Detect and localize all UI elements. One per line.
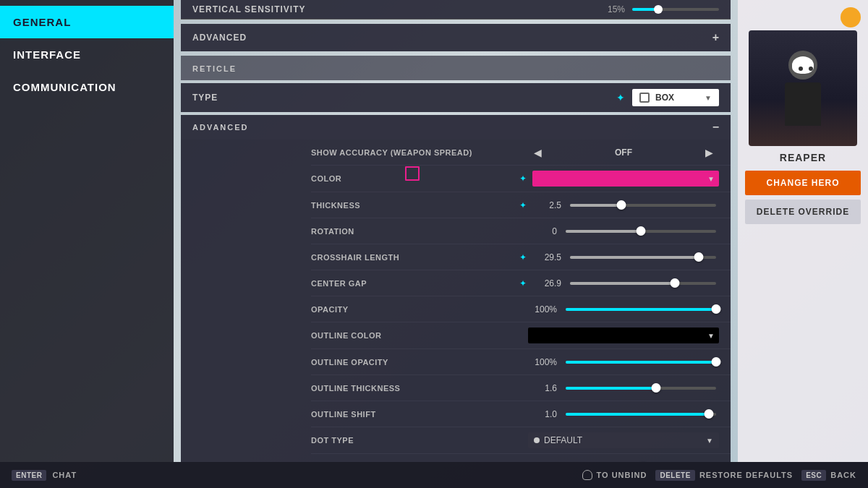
chevron-down-icon-1: ▼ <box>707 175 715 183</box>
setting-row-10: OUTLINE SHIFT1.0 <box>311 401 731 427</box>
sidebar-item-interface[interactable]: INTERFACE <box>0 38 174 71</box>
bottom-bar: ENTER CHAT TO UNBIND DELETE RESTORE DEFA… <box>0 462 868 488</box>
setting-label-6: OPACITY <box>311 305 514 314</box>
sidebar-item-communication[interactable]: COMMUNICATION <box>0 71 174 103</box>
slider-value-6: 100% <box>528 304 557 314</box>
setting-star-1: ✦ <box>519 174 527 184</box>
setting-star-12: ✦ <box>519 462 527 463</box>
setting-label-5: CENTER GAP <box>311 279 514 288</box>
slider-track-2[interactable] <box>570 204 716 207</box>
chevron-down-icon: ▼ <box>705 94 712 102</box>
minus-icon: − <box>712 121 719 134</box>
vertical-sensitivity-row: VERTICAL SENSITIVITY 15% <box>181 0 731 20</box>
vertical-sensitivity-slider-container: 15% <box>305 4 719 14</box>
dot-indicator-11 <box>534 437 540 443</box>
advanced-expanded-label: ADVANCED <box>192 123 249 132</box>
setting-row-4: CROSSHAIR LENGTH✦29.5 <box>311 244 731 270</box>
reticle-label: RETICLE <box>192 64 237 73</box>
setting-row-8: OUTLINE OPACITY100% <box>311 349 731 375</box>
setting-label-4: CROSSHAIR LENGTH <box>311 253 514 262</box>
type-star-icon: ✦ <box>616 92 625 103</box>
crosshair-preview <box>347 108 477 239</box>
box-icon <box>639 93 650 103</box>
slider-value-2: 2.5 <box>532 200 561 210</box>
unbind-group: TO UNBIND <box>582 470 647 480</box>
dot-type-value-11: DEFAULT <box>544 435 582 445</box>
vertical-sensitivity-value: 15% <box>608 4 625 14</box>
restore-label: RESTORE DEFAULTS <box>699 471 793 479</box>
back-group: ESC BACK <box>801 470 856 481</box>
setting-row-6: OPACITY100% <box>311 296 731 322</box>
advanced-collapsed-bar[interactable]: ADVANCED + <box>181 24 731 51</box>
setting-row-5: CENTER GAP✦26.9 <box>311 270 731 296</box>
setting-label-10: OUTLINE SHIFT <box>311 410 514 419</box>
setting-label-7: OUTLINE COLOR <box>311 331 514 340</box>
esc-key: ESC <box>801 470 826 481</box>
bottom-left-group: ENTER CHAT <box>12 470 77 481</box>
dot-type-dropdown-11[interactable]: DEFAULT ▼ <box>528 432 719 448</box>
slider-value-12: 0.0 <box>532 462 561 463</box>
reaper-body <box>785 82 821 126</box>
reaper-head <box>788 51 817 80</box>
sidebar: GENERAL INTERFACE COMMUNICATION <box>0 0 174 462</box>
plus-icon: + <box>712 31 719 44</box>
setting-star-4: ✦ <box>519 252 527 262</box>
slider-track-6[interactable] <box>566 308 716 311</box>
right-panel: REAPER CHANGE HERO DELETE OVERRIDE <box>738 0 868 462</box>
crosshair-box-preview <box>405 166 420 181</box>
color-dropdown-1[interactable]: ▼ <box>532 171 719 187</box>
hero-name: REAPER <box>780 152 826 163</box>
sidebar-item-general[interactable]: GENERAL <box>0 6 174 38</box>
slider-track-10[interactable] <box>566 413 716 416</box>
setting-star-5: ✦ <box>519 278 527 288</box>
chevron-down-icon-7: ▼ <box>707 332 715 340</box>
vertical-sensitivity-label: VERTICAL SENSITIVITY <box>192 4 305 14</box>
setting-label-8: OUTLINE OPACITY <box>311 358 514 367</box>
delete-key: DELETE <box>655 470 694 481</box>
slider-value-8: 100% <box>528 357 557 367</box>
type-dropdown-value: BOX <box>655 93 674 103</box>
chevron-down-icon-dot-11: ▼ <box>706 437 713 445</box>
slider-track-3[interactable] <box>566 230 716 233</box>
hero-portrait <box>749 30 857 146</box>
setting-row-11: DOT TYPE DEFAULT ▼ <box>311 427 731 454</box>
setting-label-9: OUTLINE THICKNESS <box>311 384 514 393</box>
delete-override-button[interactable]: DELETE OVERRIDE <box>745 200 861 224</box>
slider-track-5[interactable] <box>570 282 716 285</box>
arrow-left-0[interactable]: ◀ <box>528 147 548 158</box>
setting-star-2: ✦ <box>519 200 527 210</box>
color-dropdown-7[interactable]: ▼ <box>528 328 719 343</box>
slider-value-4: 29.5 <box>532 252 561 262</box>
arrow-right-0[interactable]: ▶ <box>699 147 719 158</box>
slider-value-10: 1.0 <box>528 409 557 419</box>
slider-track-8[interactable] <box>566 361 716 364</box>
restore-group: DELETE RESTORE DEFAULTS <box>655 470 793 481</box>
setting-row-9: OUTLINE THICKNESS1.6 <box>311 375 731 401</box>
reaper-eyes <box>799 67 813 71</box>
hero-coin-icon <box>841 7 861 27</box>
type-row: TYPE ✦ BOX ▼ <box>181 83 731 112</box>
back-label: BACK <box>830 471 856 479</box>
slider-track-4[interactable] <box>570 256 716 259</box>
vertical-sensitivity-slider[interactable] <box>632 8 719 11</box>
reaper-eye-right <box>809 67 813 71</box>
change-hero-button[interactable]: CHANGE HERO <box>745 171 861 195</box>
setting-label-11: DOT TYPE <box>311 436 514 445</box>
reaper-eye-left <box>799 67 803 71</box>
slider-value-5: 26.9 <box>532 278 561 288</box>
setting-row-7: OUTLINE COLOR ▼ <box>311 322 731 349</box>
slider-track-9[interactable] <box>566 387 716 390</box>
arrow-value-0: OFF <box>548 147 699 158</box>
unbind-label: TO UNBIND <box>597 471 647 479</box>
type-dropdown[interactable]: BOX ▼ <box>632 89 719 106</box>
type-label: TYPE <box>192 93 609 103</box>
slider-value-3: 0 <box>528 226 557 236</box>
mouse-icon <box>582 470 592 480</box>
slider-value-9: 1.6 <box>528 383 557 393</box>
enter-key: ENTER <box>12 470 46 481</box>
bottom-right-group: TO UNBIND DELETE RESTORE DEFAULTS ESC BA… <box>582 470 857 481</box>
chat-label: CHAT <box>52 471 77 479</box>
reaper-mask <box>792 56 814 74</box>
reticle-section-header: RETICLE <box>181 56 731 80</box>
arrow-row-0: ◀ OFF ▶ <box>528 147 719 158</box>
